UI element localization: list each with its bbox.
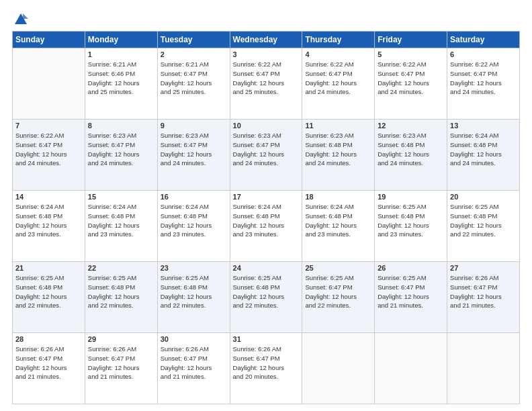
calendar-cell: 27Sunrise: 6:26 AM Sunset: 6:47 PM Dayli… [447, 262, 520, 333]
weekday-wednesday: Wednesday [230, 32, 302, 48]
calendar-week-row: 21Sunrise: 6:25 AM Sunset: 6:48 PM Dayli… [13, 262, 520, 333]
day-detail: Sunrise: 6:22 AM Sunset: 6:47 PM Dayligh… [378, 60, 444, 97]
day-number: 30 [161, 335, 227, 343]
day-detail: Sunrise: 6:25 AM Sunset: 6:48 PM Dayligh… [378, 202, 444, 239]
day-number: 14 [15, 193, 82, 201]
calendar-cell: 12Sunrise: 6:23 AM Sunset: 6:48 PM Dayli… [375, 120, 447, 191]
calendar-cell: 23Sunrise: 6:25 AM Sunset: 6:48 PM Dayli… [157, 262, 230, 333]
calendar-cell: 31Sunrise: 6:26 AM Sunset: 6:47 PM Dayli… [230, 333, 302, 404]
day-number: 19 [378, 193, 444, 201]
calendar-cell [13, 48, 85, 120]
day-detail: Sunrise: 6:26 AM Sunset: 6:47 PM Dayligh… [161, 345, 227, 381]
calendar-cell: 10Sunrise: 6:23 AM Sunset: 6:47 PM Dayli… [230, 120, 302, 191]
weekday-sunday: Sunday [13, 32, 85, 48]
day-number: 28 [15, 335, 82, 343]
day-number: 10 [233, 122, 300, 130]
calendar-week-row: 14Sunrise: 6:24 AM Sunset: 6:48 PM Dayli… [13, 191, 520, 262]
calendar-table: SundayMondayTuesdayWednesdayThursdayFrid… [12, 31, 520, 404]
day-number: 13 [450, 122, 517, 130]
calendar-cell: 20Sunrise: 6:25 AM Sunset: 6:48 PM Dayli… [447, 191, 520, 262]
calendar-cell: 22Sunrise: 6:25 AM Sunset: 6:48 PM Dayli… [85, 262, 157, 333]
weekday-header-row: SundayMondayTuesdayWednesdayThursdayFrid… [13, 32, 520, 48]
day-number: 25 [305, 264, 371, 272]
day-detail: Sunrise: 6:21 AM Sunset: 6:46 PM Dayligh… [88, 60, 154, 97]
calendar-cell: 7Sunrise: 6:22 AM Sunset: 6:47 PM Daylig… [13, 120, 85, 191]
calendar-cell: 16Sunrise: 6:24 AM Sunset: 6:48 PM Dayli… [157, 191, 230, 262]
day-detail: Sunrise: 6:22 AM Sunset: 6:47 PM Dayligh… [305, 60, 371, 97]
weekday-tuesday: Tuesday [157, 32, 230, 48]
day-number: 2 [161, 50, 227, 58]
day-number: 1 [88, 50, 154, 58]
calendar-cell: 1Sunrise: 6:21 AM Sunset: 6:46 PM Daylig… [85, 48, 157, 120]
calendar-cell [375, 333, 447, 404]
day-number: 26 [378, 264, 444, 272]
calendar-cell: 24Sunrise: 6:25 AM Sunset: 6:48 PM Dayli… [230, 262, 302, 333]
calendar-cell: 19Sunrise: 6:25 AM Sunset: 6:48 PM Dayli… [375, 191, 447, 262]
logo-icon [13, 12, 28, 27]
calendar-cell: 21Sunrise: 6:25 AM Sunset: 6:48 PM Dayli… [13, 262, 85, 333]
calendar-cell: 4Sunrise: 6:22 AM Sunset: 6:47 PM Daylig… [302, 48, 375, 120]
day-detail: Sunrise: 6:23 AM Sunset: 6:47 PM Dayligh… [233, 131, 300, 168]
day-detail: Sunrise: 6:22 AM Sunset: 6:47 PM Dayligh… [233, 60, 300, 97]
weekday-friday: Friday [375, 32, 447, 48]
day-detail: Sunrise: 6:24 AM Sunset: 6:48 PM Dayligh… [161, 202, 227, 239]
calendar-cell: 25Sunrise: 6:25 AM Sunset: 6:47 PM Dayli… [302, 262, 375, 333]
day-number: 9 [161, 122, 227, 130]
calendar-cell: 28Sunrise: 6:26 AM Sunset: 6:47 PM Dayli… [13, 333, 85, 404]
page: SundayMondayTuesdayWednesdayThursdayFrid… [0, 0, 532, 411]
calendar-cell: 30Sunrise: 6:26 AM Sunset: 6:47 PM Dayli… [157, 333, 230, 404]
day-number: 8 [88, 122, 154, 130]
day-detail: Sunrise: 6:23 AM Sunset: 6:48 PM Dayligh… [305, 131, 371, 168]
day-detail: Sunrise: 6:23 AM Sunset: 6:48 PM Dayligh… [378, 131, 444, 168]
day-number: 5 [378, 50, 444, 58]
day-number: 12 [378, 122, 444, 130]
calendar-cell: 5Sunrise: 6:22 AM Sunset: 6:47 PM Daylig… [375, 48, 447, 120]
day-number: 27 [450, 264, 517, 272]
calendar-cell: 3Sunrise: 6:22 AM Sunset: 6:47 PM Daylig… [230, 48, 302, 120]
day-detail: Sunrise: 6:24 AM Sunset: 6:48 PM Dayligh… [450, 131, 517, 168]
weekday-saturday: Saturday [447, 32, 520, 48]
calendar-cell [447, 333, 520, 404]
calendar-week-row: 7Sunrise: 6:22 AM Sunset: 6:47 PM Daylig… [13, 120, 520, 191]
day-detail: Sunrise: 6:24 AM Sunset: 6:48 PM Dayligh… [15, 202, 82, 239]
day-detail: Sunrise: 6:24 AM Sunset: 6:48 PM Dayligh… [305, 202, 371, 239]
day-detail: Sunrise: 6:25 AM Sunset: 6:47 PM Dayligh… [378, 273, 444, 310]
day-detail: Sunrise: 6:26 AM Sunset: 6:47 PM Dayligh… [15, 345, 82, 381]
calendar-cell: 29Sunrise: 6:26 AM Sunset: 6:47 PM Dayli… [85, 333, 157, 404]
day-detail: Sunrise: 6:26 AM Sunset: 6:47 PM Dayligh… [88, 345, 154, 381]
calendar-cell: 8Sunrise: 6:23 AM Sunset: 6:47 PM Daylig… [85, 120, 157, 191]
day-detail: Sunrise: 6:23 AM Sunset: 6:47 PM Dayligh… [161, 131, 227, 168]
calendar-cell [302, 333, 375, 404]
day-number: 15 [88, 193, 154, 201]
day-detail: Sunrise: 6:25 AM Sunset: 6:48 PM Dayligh… [233, 273, 300, 310]
svg-marker-1 [23, 13, 28, 19]
day-number: 17 [233, 193, 300, 201]
weekday-thursday: Thursday [302, 32, 375, 48]
day-detail: Sunrise: 6:25 AM Sunset: 6:48 PM Dayligh… [450, 202, 517, 239]
day-detail: Sunrise: 6:25 AM Sunset: 6:48 PM Dayligh… [88, 273, 154, 310]
calendar-week-row: 28Sunrise: 6:26 AM Sunset: 6:47 PM Dayli… [13, 333, 520, 404]
calendar-cell: 17Sunrise: 6:24 AM Sunset: 6:48 PM Dayli… [230, 191, 302, 262]
day-detail: Sunrise: 6:22 AM Sunset: 6:47 PM Dayligh… [15, 131, 82, 168]
day-detail: Sunrise: 6:25 AM Sunset: 6:47 PM Dayligh… [305, 273, 371, 310]
day-number: 7 [15, 122, 82, 130]
calendar-week-row: 1Sunrise: 6:21 AM Sunset: 6:46 PM Daylig… [13, 48, 520, 120]
day-detail: Sunrise: 6:26 AM Sunset: 6:47 PM Dayligh… [233, 345, 300, 381]
day-detail: Sunrise: 6:26 AM Sunset: 6:47 PM Dayligh… [450, 273, 517, 310]
calendar-cell: 26Sunrise: 6:25 AM Sunset: 6:47 PM Dayli… [375, 262, 447, 333]
day-detail: Sunrise: 6:24 AM Sunset: 6:48 PM Dayligh… [88, 202, 154, 239]
day-number: 11 [305, 122, 371, 130]
day-number: 29 [88, 335, 154, 343]
day-detail: Sunrise: 6:25 AM Sunset: 6:48 PM Dayligh… [161, 273, 227, 310]
calendar-cell: 2Sunrise: 6:21 AM Sunset: 6:47 PM Daylig… [157, 48, 230, 120]
calendar-cell: 18Sunrise: 6:24 AM Sunset: 6:48 PM Dayli… [302, 191, 375, 262]
day-detail: Sunrise: 6:24 AM Sunset: 6:48 PM Dayligh… [233, 202, 300, 239]
header [12, 12, 520, 24]
day-number: 21 [15, 264, 82, 272]
day-number: 24 [233, 264, 300, 272]
day-number: 20 [450, 193, 517, 201]
calendar-cell: 14Sunrise: 6:24 AM Sunset: 6:48 PM Dayli… [13, 191, 85, 262]
calendar-cell: 6Sunrise: 6:22 AM Sunset: 6:47 PM Daylig… [447, 48, 520, 120]
calendar-cell: 9Sunrise: 6:23 AM Sunset: 6:47 PM Daylig… [157, 120, 230, 191]
day-number: 6 [450, 50, 517, 58]
